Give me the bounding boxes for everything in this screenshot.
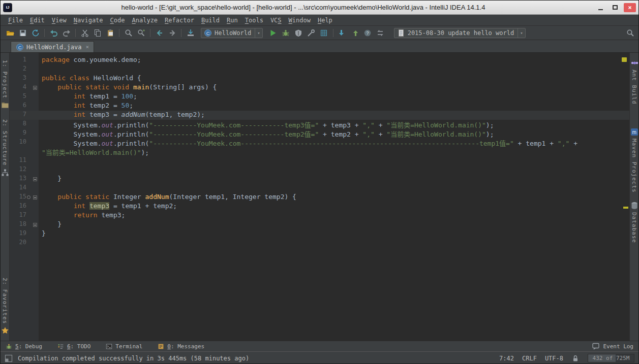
fold-end-icon[interactable] [33, 223, 37, 227]
gutter-mark-column[interactable] [26, 83, 32, 92]
find-button[interactable] [122, 27, 135, 39]
gutter-mark-column[interactable] [26, 166, 32, 175]
event-log-button[interactable]: Event Log [592, 342, 633, 350]
fold-column[interactable] [32, 111, 39, 120]
line-number[interactable]: 7 [10, 111, 26, 120]
code-line[interactable]: 10 System.out.println("-----------YouMee… [10, 138, 629, 147]
sync-button[interactable] [374, 27, 387, 39]
gutter-mark-column[interactable] [26, 211, 32, 220]
highlighting-level-icon[interactable] [571, 354, 580, 362]
tab-close-icon[interactable]: × [85, 44, 89, 50]
gutter-mark-column[interactable] [26, 138, 32, 147]
fold-column[interactable] [32, 193, 39, 202]
open-button[interactable] [4, 27, 16, 39]
code-line[interactable]: 2 [10, 65, 629, 74]
fold-column[interactable] [32, 239, 39, 248]
toolwindow-toggle-icon[interactable] [5, 354, 13, 362]
fold-column[interactable] [32, 175, 39, 184]
menu-file[interactable]: File [5, 16, 26, 25]
sidebar-item-maven-projects[interactable]: mMaven Projects [630, 128, 638, 193]
line-number[interactable]: 4 [10, 83, 26, 92]
gutter-mark-column[interactable] [26, 102, 32, 111]
memory-indicator[interactable]: 432 of 725M [588, 354, 634, 362]
menu-navigate[interactable]: Navigate [70, 16, 107, 25]
fold-column[interactable] [32, 83, 39, 92]
line-number[interactable]: 2 [10, 65, 26, 74]
gutter-mark-column[interactable] [26, 202, 32, 211]
toolwindow-todo[interactable]: 6: TODO [57, 343, 90, 350]
menu-build[interactable]: Build [198, 16, 223, 25]
method-marker-icon[interactable] [27, 195, 31, 199]
gutter-mark-column[interactable] [26, 65, 32, 74]
debug-button[interactable] [280, 27, 292, 39]
undo-button[interactable] [47, 27, 60, 39]
gutter-mark-column[interactable] [26, 74, 32, 83]
make-project-button[interactable] [184, 27, 197, 39]
fold-column[interactable] [32, 56, 39, 65]
code-area[interactable]: 1package com.youmeek.demo;23public class… [10, 56, 629, 248]
gutter-mark-column[interactable] [26, 229, 32, 239]
fold-column[interactable] [32, 229, 39, 239]
code-line[interactable]: 19} [10, 229, 629, 239]
editor[interactable]: 1package com.youmeek.demo;23public class… [10, 53, 629, 341]
menu-view[interactable]: View [48, 16, 70, 25]
fold-column[interactable] [32, 138, 39, 147]
code-line[interactable]: 18 } [10, 220, 629, 229]
fold-column[interactable] [32, 156, 39, 166]
gutter-mark-column[interactable] [26, 156, 32, 166]
line-number[interactable]: 5 [10, 92, 26, 102]
cut-button[interactable] [78, 27, 91, 39]
vcs-message-widget[interactable]: 2015-08-30 update hello world▾ [394, 28, 526, 38]
menu-vcs[interactable]: VCS [267, 16, 285, 25]
gutter-mark-column[interactable] [26, 193, 32, 202]
save-all-button[interactable] [16, 27, 29, 39]
line-number[interactable] [10, 147, 26, 156]
sidebar-item-project[interactable]: 1: Project [1, 60, 9, 109]
line-number[interactable]: 6 [10, 102, 26, 111]
line-number[interactable]: 14 [10, 184, 26, 193]
sidebar-item-database[interactable]: Database [630, 202, 638, 243]
menu-edit[interactable]: Edit [26, 16, 48, 25]
gutter-mark-column[interactable] [26, 175, 32, 184]
code-line[interactable]: 5 int temp1 = 100; [10, 92, 629, 102]
fold-column[interactable] [32, 74, 39, 83]
code-line[interactable]: 1package com.youmeek.demo; [10, 56, 629, 65]
fold-column[interactable] [32, 147, 39, 156]
code-line[interactable]: 15 public static Integer addNum(Integer … [10, 193, 629, 202]
code-line[interactable]: 12 [10, 166, 629, 175]
code-line[interactable]: 11 [10, 156, 629, 166]
line-number[interactable]: 10 [10, 138, 26, 147]
line-number[interactable]: 19 [10, 229, 26, 239]
minimize-button[interactable] [594, 3, 606, 12]
toolwindow-messages[interactable]: 0: Messages [158, 343, 204, 350]
gutter-mark-column[interactable] [26, 184, 32, 193]
fold-column[interactable] [32, 220, 39, 229]
commit-changes-button[interactable] [349, 27, 361, 39]
redo-button[interactable] [60, 27, 73, 39]
fold-column[interactable] [32, 129, 39, 138]
help-button[interactable]: ? [361, 27, 374, 39]
code-line[interactable]: 9 System.out.println("-----------YouMeek… [10, 129, 629, 138]
code-line[interactable]: 20 [10, 239, 629, 248]
menu-window[interactable]: Window [285, 16, 314, 25]
search-everywhere-button[interactable] [624, 27, 636, 39]
code-line[interactable]: 3public class HelloWorld { [10, 74, 629, 83]
menu-tools[interactable]: Tools [241, 16, 267, 25]
fold-column[interactable] [32, 92, 39, 102]
update-project-button[interactable] [336, 27, 349, 39]
error-stripe-mark[interactable] [623, 207, 628, 209]
line-number[interactable]: 8 [10, 120, 26, 129]
run-button[interactable] [267, 27, 280, 39]
fold-column[interactable] [32, 166, 39, 175]
coverage-data-button[interactable] [318, 27, 330, 39]
fold-collapse-icon[interactable] [33, 195, 37, 200]
close-button[interactable]: × [624, 3, 636, 12]
gutter-mark-column[interactable] [26, 92, 32, 102]
gutter-mark-column[interactable] [26, 220, 32, 229]
line-number[interactable]: 1 [10, 56, 26, 65]
line-number[interactable]: 3 [10, 74, 26, 83]
code-line[interactable]: 6 int temp2 = 50; [10, 102, 629, 111]
code-line[interactable]: 17 return temp3; [10, 211, 629, 220]
line-number[interactable]: 16 [10, 202, 26, 211]
fold-collapse-icon[interactable] [33, 86, 37, 90]
